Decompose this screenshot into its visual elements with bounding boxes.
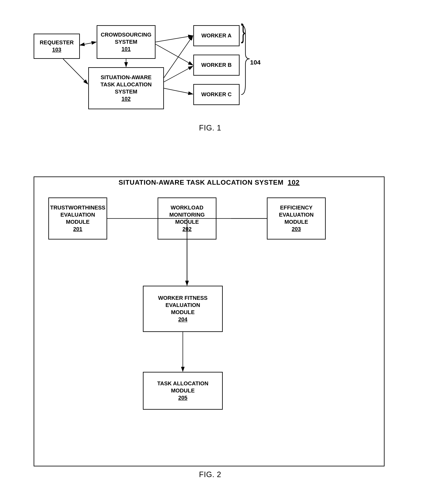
workload-label: WORKLOAD MONITORING MODULE	[169, 204, 205, 225]
task-allocation-label: TASK ALLOCATION MODULE	[157, 380, 208, 394]
svg-line-10	[156, 44, 193, 65]
svg-line-11	[164, 66, 193, 82]
worker-fitness-ref: 204	[178, 316, 187, 323]
worker-a-box: WORKER A	[193, 25, 240, 46]
worker-fitness-box: WORKER FITNESS EVALUATION MODULE 204	[143, 286, 223, 332]
requester-label: REQUESTER	[40, 39, 74, 46]
fig2-outer-ref: 102	[288, 179, 299, 186]
worker-fitness-label: WORKER FITNESS EVALUATION MODULE	[158, 294, 207, 316]
svg-line-8	[164, 36, 193, 78]
fig1-diagram: REQUESTER 103 CROWDSOURCING SYSTEM 101 S…	[21, 13, 399, 134]
situation-aware-box: SITUATION-AWARE TASK ALLOCATION SYSTEM 1…	[88, 67, 164, 109]
crowdsourcing-label: CROWDSOURCING SYSTEM	[101, 31, 151, 46]
workload-box: WORKLOAD MONITORING MODULE 202	[157, 198, 217, 240]
crowdsourcing-box: CROWDSOURCING SYSTEM 101	[97, 25, 156, 59]
page: { "fig1": { "caption": "FIG. 1", "reques…	[0, 0, 423, 504]
fig1-caption: FIG. 1	[199, 124, 221, 132]
fig2-outer-title: SITUATION-AWARE TASK ALLOCATION SYSTEM 1…	[34, 179, 385, 186]
requester-box: REQUESTER 103	[34, 34, 80, 59]
svg-line-9	[156, 36, 193, 42]
worker-b-box: WORKER B	[193, 55, 240, 76]
worker-a-label: WORKER A	[201, 32, 231, 39]
svg-line-7	[63, 59, 88, 84]
svg-line-5	[80, 42, 96, 45]
workload-ref: 202	[182, 226, 191, 233]
requester-ref: 103	[52, 46, 61, 53]
task-allocation-box: TASK ALLOCATION MODULE 205	[143, 372, 223, 410]
fig2-caption: FIG. 2	[199, 470, 221, 479]
worker-b-label: WORKER B	[201, 61, 232, 69]
workers-ref-label: 104	[250, 59, 260, 66]
efficiency-ref: 203	[292, 226, 301, 233]
situation-aware-ref: 102	[121, 95, 131, 102]
svg-line-12	[164, 88, 193, 94]
worker-c-box: WORKER C	[193, 84, 240, 105]
task-allocation-ref: 205	[178, 394, 187, 402]
fig2-diagram: SITUATION-AWARE TASK ALLOCATION SYSTEM 1…	[21, 164, 399, 483]
trustworthiness-ref: 201	[73, 226, 82, 233]
crowdsourcing-ref: 101	[121, 46, 131, 53]
trustworthiness-label: TRUSTWORTHINESS EVALUATION MODULE	[50, 204, 105, 225]
trustworthiness-box: TRUSTWORTHINESS EVALUATION MODULE 201	[48, 198, 107, 240]
efficiency-box: EFFICIENCY EVALUATION MODULE 203	[267, 198, 326, 240]
efficiency-label: EFFICIENCY EVALUATION MODULE	[279, 204, 314, 225]
situation-aware-label: SITUATION-AWARE TASK ALLOCATION SYSTEM	[100, 74, 152, 95]
workers-curly-brace: }	[241, 21, 245, 42]
worker-c-label: WORKER C	[201, 91, 232, 98]
